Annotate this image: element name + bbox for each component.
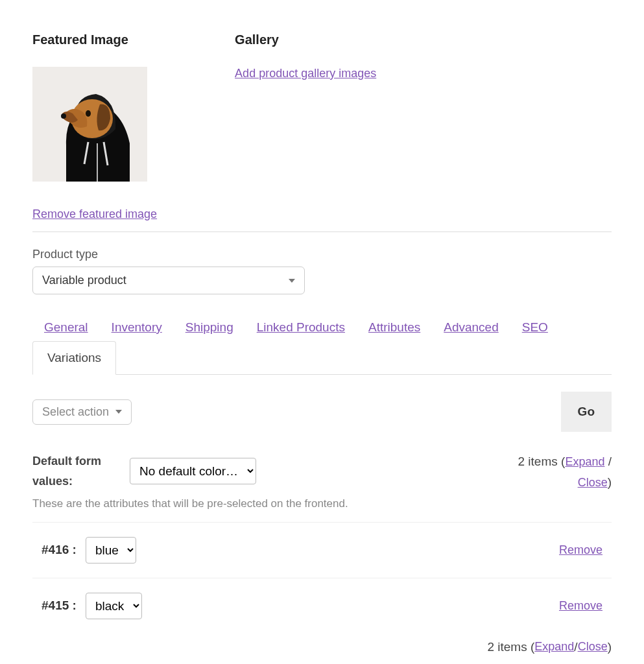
tab-shipping[interactable]: Shipping: [185, 314, 233, 341]
variation-color-select[interactable]: blue: [86, 537, 136, 563]
featured-image-heading: Featured Image: [32, 32, 157, 47]
featured-image-thumbnail[interactable]: [32, 67, 147, 182]
product-type-label: Product type: [32, 248, 612, 261]
remove-variation-link[interactable]: Remove: [559, 599, 602, 613]
gallery-heading: Gallery: [235, 32, 376, 47]
tab-variations[interactable]: Variations: [32, 341, 116, 375]
featured-image-illustration: [32, 67, 147, 182]
variation-id: #415 :: [42, 599, 77, 613]
product-type-select[interactable]: Variable product: [32, 267, 305, 294]
chevron-down-icon: [289, 279, 295, 283]
svg-point-2: [61, 113, 66, 119]
product-type-value: Variable product: [42, 274, 126, 287]
expand-link[interactable]: Expand: [565, 455, 604, 468]
tab-attributes[interactable]: Attributes: [368, 314, 420, 341]
remove-variation-link[interactable]: Remove: [559, 543, 602, 557]
variation-action-placeholder: Select action: [42, 405, 109, 419]
variation-row: #416 : blue Remove: [32, 522, 612, 578]
tab-seo[interactable]: SEO: [522, 314, 548, 341]
tab-linked-products[interactable]: Linked Products: [257, 314, 345, 341]
default-color-select[interactable]: No default color…: [130, 458, 256, 484]
close-link[interactable]: Close: [578, 640, 608, 654]
variation-color-select[interactable]: black: [86, 593, 142, 619]
variation-row: #415 : black Remove: [32, 578, 612, 634]
tab-inventory[interactable]: Inventory: [112, 314, 162, 341]
close-link[interactable]: Close: [578, 476, 608, 489]
items-summary-top: 2 items (Expand / Close): [518, 451, 612, 493]
divider: [32, 231, 612, 232]
svg-point-3: [86, 110, 91, 117]
items-summary-bottom: 2 items (Expand / Close): [32, 640, 612, 654]
add-gallery-images-link[interactable]: Add product gallery images: [235, 67, 376, 80]
remove-featured-image-link[interactable]: Remove featured image: [32, 208, 157, 221]
expand-link[interactable]: Expand: [534, 640, 574, 654]
go-button[interactable]: Go: [561, 392, 612, 432]
tab-advanced[interactable]: Advanced: [444, 314, 499, 341]
variation-id: #416 :: [42, 543, 77, 557]
default-form-help: These are the attributes that will be pr…: [32, 497, 612, 510]
chevron-down-icon: [115, 410, 122, 414]
tab-general[interactable]: General: [44, 314, 88, 341]
default-form-values-label: Default form values:: [32, 451, 110, 491]
variation-action-select[interactable]: Select action: [32, 399, 132, 425]
